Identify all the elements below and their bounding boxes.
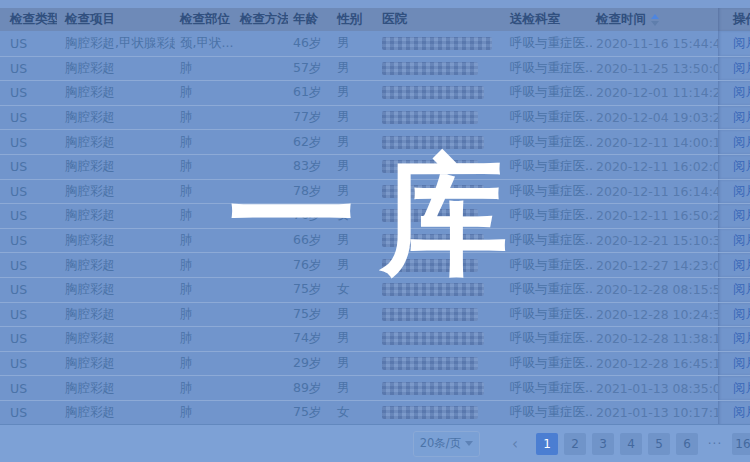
sort-caret-icon[interactable]: [651, 14, 659, 26]
cell-age: 74岁: [288, 327, 333, 351]
cell-exam-time: 2020-12-11 14:00:14: [592, 130, 718, 154]
cell-hospital: [378, 180, 505, 204]
cell-gender: 男: [333, 376, 378, 400]
cell-exam-type: US: [0, 57, 57, 81]
cell-exam-item: 胸腔彩超: [57, 204, 175, 228]
cell-age: 89岁: [288, 376, 333, 400]
cell-exam-method: [235, 376, 288, 400]
redacted-hospital-block: [382, 308, 478, 321]
column-header-age: 年龄: [288, 8, 333, 31]
table-row: US 胸腔彩超 肺 75岁 女 呼吸与重症医... 2020-12-28 08:…: [0, 277, 750, 302]
view-film-link[interactable]: 阅片: [733, 281, 750, 298]
prev-page-button[interactable]: ‹: [504, 433, 526, 455]
table-row: US 胸腔彩超 肺 75岁 男 呼吸与重症医... 2020-12-28 10:…: [0, 302, 750, 327]
cell-exam-item: 胸腔彩超: [57, 106, 175, 130]
page-button-16[interactable]: 16: [732, 433, 750, 455]
cell-exam-part: 肺: [175, 253, 235, 277]
cell-exam-method: [235, 352, 288, 376]
cell-exam-method: [235, 57, 288, 81]
more-pages-button[interactable]: ···: [704, 433, 726, 455]
cell-exam-item: 胸腔彩超: [57, 352, 175, 376]
cell-department: 呼吸与重症医...: [505, 229, 592, 253]
sort-descending-icon[interactable]: [651, 21, 659, 26]
cell-age: 46岁: [288, 31, 333, 56]
cell-exam-method: [235, 253, 288, 277]
redacted-hospital-block: [382, 234, 484, 247]
cell-exam-method: [235, 401, 288, 425]
table-row: US 胸腔彩超 肺 78岁 男 呼吸与重症医... 2020-12-11 16:…: [0, 179, 750, 204]
view-film-link[interactable]: 阅片: [733, 404, 750, 421]
cell-exam-time: 2020-12-11 16:50:25: [592, 204, 718, 228]
table-body: US 胸腔彩超,甲状腺彩超 颈,甲状... 46岁 男 呼吸与重症医... 20…: [0, 31, 750, 425]
cell-hospital: [378, 57, 505, 81]
cell-exam-item: 胸腔彩超: [57, 229, 175, 253]
cell-actions: 阅片: [718, 204, 750, 228]
cell-exam-time: 2020-12-11 16:14:49: [592, 180, 718, 204]
page-size-select[interactable]: 20条/页: [413, 431, 480, 457]
cell-age: 75岁: [288, 401, 333, 425]
page-button-5[interactable]: 5: [648, 433, 670, 455]
view-film-link[interactable]: 阅片: [733, 35, 750, 52]
column-header-department: 送检科室: [505, 8, 592, 31]
cell-exam-part: 肺: [175, 229, 235, 253]
cell-actions: 阅片: [718, 81, 750, 105]
cell-exam-time: 2020-12-28 10:24:30: [592, 303, 718, 327]
cell-exam-type: US: [0, 204, 57, 228]
cell-exam-time: 2020-12-28 08:15:51: [592, 278, 718, 302]
cell-hospital: [378, 106, 505, 130]
view-film-link[interactable]: 阅片: [733, 84, 750, 101]
redacted-hospital-block: [382, 111, 478, 124]
cell-age: 66岁: [288, 229, 333, 253]
view-film-link[interactable]: 阅片: [733, 60, 750, 77]
column-header-gender: 性别: [333, 8, 378, 31]
table-row: US 胸腔彩超 肺 89岁 男 呼吸与重症医... 2021-01-13 08:…: [0, 375, 750, 400]
view-film-link[interactable]: 阅片: [733, 183, 750, 200]
page-button-4[interactable]: 4: [620, 433, 642, 455]
cell-exam-method: [235, 278, 288, 302]
column-header-hospital: 医院: [378, 8, 505, 31]
cell-department: 呼吸与重症医...: [505, 327, 592, 351]
cell-exam-type: US: [0, 352, 57, 376]
cell-exam-type: US: [0, 229, 57, 253]
view-film-link[interactable]: 阅片: [733, 109, 750, 126]
view-film-link[interactable]: 阅片: [733, 232, 750, 249]
view-film-link[interactable]: 阅片: [733, 257, 750, 274]
cell-exam-type: US: [0, 31, 57, 56]
view-film-link[interactable]: 阅片: [733, 134, 750, 151]
cell-department: 呼吸与重症医...: [505, 278, 592, 302]
cell-hospital: [378, 229, 505, 253]
cell-exam-type: US: [0, 303, 57, 327]
table-row: US 胸腔彩超 肺 61岁 男 呼吸与重症医... 2020-12-01 11:…: [0, 80, 750, 105]
cell-department: 呼吸与重症医...: [505, 130, 592, 154]
cell-exam-time: 2021-01-13 10:17:16: [592, 401, 718, 425]
exam-list-page: 检查类型 检查项目 检查部位 检查方法 年龄 性别 医院 送检科室 检查时间 操…: [0, 0, 750, 462]
view-film-link[interactable]: 阅片: [733, 207, 750, 224]
sort-ascending-icon[interactable]: [651, 14, 659, 19]
cell-exam-part: 肺: [175, 401, 235, 425]
cell-hospital: [378, 278, 505, 302]
page-button-3[interactable]: 3: [592, 433, 614, 455]
cell-actions: 阅片: [718, 278, 750, 302]
view-film-link[interactable]: 阅片: [733, 380, 750, 397]
cell-age: 83岁: [288, 155, 333, 179]
cell-exam-method: [235, 204, 288, 228]
cell-exam-type: US: [0, 376, 57, 400]
cell-gender: 男: [333, 327, 378, 351]
page-button-1[interactable]: 1: [536, 433, 558, 455]
cell-age: 76岁: [288, 204, 333, 228]
page-button-2[interactable]: 2: [564, 433, 586, 455]
view-film-link[interactable]: 阅片: [733, 158, 750, 175]
cell-exam-type: US: [0, 106, 57, 130]
cell-exam-time: 2021-01-13 08:35:05: [592, 376, 718, 400]
table-row: US 胸腔彩超 肺 77岁 男 呼吸与重症医... 2020-12-04 19:…: [0, 105, 750, 130]
view-film-link[interactable]: 阅片: [733, 330, 750, 347]
cell-gender: 男: [333, 31, 378, 56]
column-header-exam-time[interactable]: 检查时间: [592, 8, 718, 31]
table-row: US 胸腔彩超 肺 29岁 男 呼吸与重症医... 2020-12-28 16:…: [0, 351, 750, 376]
view-film-link[interactable]: 阅片: [733, 306, 750, 323]
view-film-link[interactable]: 阅片: [733, 355, 750, 372]
cell-exam-part: 肺: [175, 352, 235, 376]
cell-department: 呼吸与重症医...: [505, 57, 592, 81]
cell-hospital: [378, 303, 505, 327]
page-button-6[interactable]: 6: [676, 433, 698, 455]
